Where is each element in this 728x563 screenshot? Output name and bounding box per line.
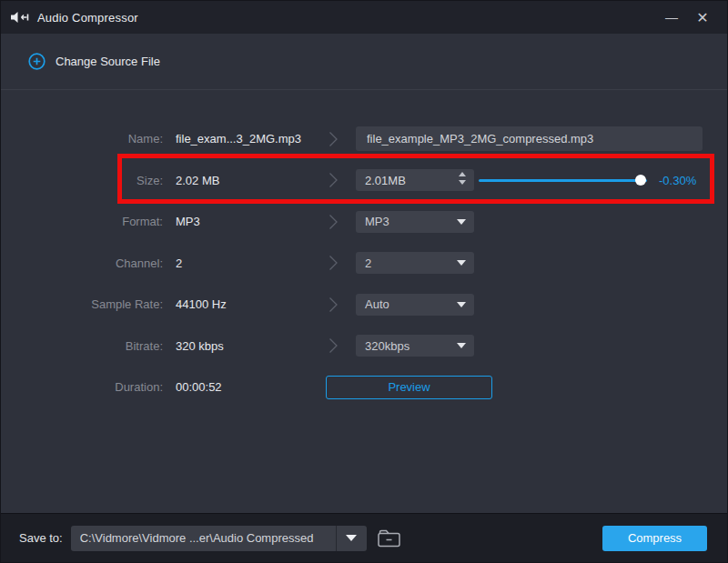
preview-button[interactable]: Preview [326, 376, 492, 399]
browse-folder-button[interactable] [377, 528, 401, 549]
bitrate-label: Bitrate: [1, 339, 163, 353]
format-row: Format: MP3 MP3 [1, 201, 727, 243]
caret-down-icon [457, 260, 466, 266]
channel-row: Channel: 2 2 [1, 243, 727, 285]
format-label: Format: [1, 215, 163, 228]
format-current-value: MP3 [163, 215, 311, 228]
bitrate-row: Bitrate: 320 kbps 320kbps [1, 326, 727, 367]
plus-circle-icon [28, 53, 46, 70]
caret-down-icon [457, 343, 466, 348]
audio-compressor-window: Audio Compressor — ✕ Change Source File … [0, 0, 728, 563]
sample-rate-row: Sample Rate: 44100 Hz Auto [1, 284, 727, 326]
target-size-input[interactable] [356, 169, 474, 191]
caret-down-icon [457, 219, 466, 225]
chevron-right-icon [311, 214, 356, 230]
spin-up-icon[interactable] [459, 172, 466, 176]
duration-label: Duration: [1, 380, 163, 394]
save-to-label: Save to: [19, 531, 63, 545]
chevron-right-icon [311, 337, 356, 354]
chevron-right-icon [311, 297, 356, 313]
close-button[interactable]: ✕ [687, 5, 718, 30]
save-path-dropdown-button[interactable] [337, 526, 367, 551]
channel-selected-value: 2 [365, 256, 371, 270]
size-label: Size: [1, 174, 163, 187]
duration-row: Duration: 00:00:52 Preview [1, 367, 727, 408]
settings-panel: Name: file_exam...3_2MG.mp3 Size: 2.02 M… [1, 90, 727, 408]
window-title: Audio Compressor [37, 11, 138, 25]
compress-button[interactable]: Compress [602, 526, 707, 551]
caret-down-icon [346, 535, 357, 541]
caret-down-icon [457, 302, 466, 307]
change-source-file-button[interactable]: Change Source File [28, 53, 160, 70]
output-filename-input[interactable] [356, 126, 703, 151]
size-slider[interactable] [479, 174, 647, 186]
header: Change Source File [1, 34, 727, 90]
footer-bar: Save to: Compress [1, 513, 727, 562]
name-label: Name: [1, 132, 163, 146]
chevron-right-icon [311, 172, 356, 188]
open-folder-icon [377, 528, 401, 549]
sample-rate-current-value: 44100 Hz [163, 297, 311, 311]
channel-current-value: 2 [163, 256, 311, 270]
channel-label: Channel: [1, 256, 163, 270]
format-selected-value: MP3 [365, 215, 389, 228]
sample-rate-label: Sample Rate: [1, 297, 163, 311]
channel-dropdown[interactable]: 2 [356, 252, 474, 274]
bitrate-selected-value: 320kbps [365, 339, 410, 353]
target-size-spinner [356, 169, 474, 191]
titlebar: Audio Compressor — ✕ [1, 1, 727, 34]
change-source-file-label: Change Source File [56, 55, 160, 68]
name-row: Name: file_exam...3_2MG.mp3 [1, 118, 727, 160]
sample-rate-selected-value: Auto [365, 297, 389, 311]
minimize-button[interactable]: — [656, 5, 687, 30]
chevron-right-icon [311, 255, 356, 271]
bitrate-current-value: 320 kbps [163, 339, 311, 353]
chevron-right-icon [311, 131, 356, 147]
size-slider-thumb[interactable] [635, 175, 646, 186]
name-current-value: file_exam...3_2MG.mp3 [163, 132, 311, 146]
bitrate-dropdown[interactable]: 320kbps [356, 335, 474, 357]
format-dropdown[interactable]: MP3 [356, 211, 474, 233]
size-current-value: 2.02 MB [163, 174, 311, 187]
audio-compressor-icon [10, 10, 30, 25]
save-path-combo [71, 526, 367, 551]
size-slider-track[interactable] [479, 179, 647, 182]
sample-rate-dropdown[interactable]: Auto [356, 294, 474, 316]
spin-down-icon[interactable] [459, 180, 466, 185]
duration-current-value: 00:00:52 [163, 380, 311, 394]
size-row: Size: 2.02 MB -0.30% [1, 160, 727, 202]
size-reduction-percent: -0.30% [659, 174, 696, 187]
save-path-input[interactable] [71, 531, 336, 545]
